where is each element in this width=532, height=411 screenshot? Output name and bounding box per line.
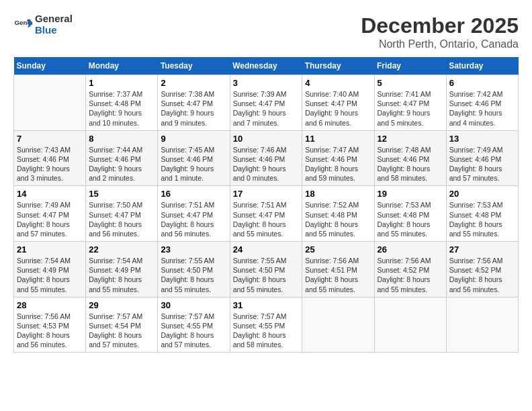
day-number: 2	[161, 78, 226, 88]
header: General General Blue December 2025 North…	[13, 13, 519, 50]
day-number: 28	[17, 300, 83, 310]
calendar-cell: 18Sunrise: 7:52 AM Sunset: 4:48 PM Dayli…	[302, 186, 374, 242]
calendar-cell: 15Sunrise: 7:50 AM Sunset: 4:47 PM Dayli…	[86, 186, 158, 242]
calendar-cell: 25Sunrise: 7:56 AM Sunset: 4:51 PM Dayli…	[302, 242, 374, 298]
day-info: Sunrise: 7:48 AM Sunset: 4:46 PM Dayligh…	[378, 145, 443, 183]
day-info: Sunrise: 7:44 AM Sunset: 4:46 PM Dayligh…	[89, 145, 154, 183]
day-number: 30	[161, 300, 226, 310]
day-number: 15	[89, 189, 154, 199]
calendar-cell: 10Sunrise: 7:46 AM Sunset: 4:46 PM Dayli…	[230, 130, 302, 186]
day-number: 31	[233, 300, 300, 310]
day-info: Sunrise: 7:55 AM Sunset: 4:50 PM Dayligh…	[161, 256, 226, 294]
calendar-cell: 17Sunrise: 7:51 AM Sunset: 4:47 PM Dayli…	[230, 186, 302, 242]
calendar-cell: 26Sunrise: 7:56 AM Sunset: 4:52 PM Dayli…	[374, 242, 446, 298]
calendar-cell: 19Sunrise: 7:53 AM Sunset: 4:48 PM Dayli…	[374, 186, 446, 242]
day-number: 24	[233, 244, 300, 255]
weekday-header-row: SundayMondayTuesdayWednesdayThursdayFrid…	[14, 57, 519, 75]
calendar-cell: 11Sunrise: 7:47 AM Sunset: 4:46 PM Dayli…	[302, 130, 374, 186]
location-title: North Perth, Ontario, Canada	[361, 38, 519, 50]
calendar-cell	[374, 297, 446, 353]
calendar-week-row: 21Sunrise: 7:54 AM Sunset: 4:49 PM Dayli…	[14, 242, 519, 298]
logo: General General Blue	[13, 13, 73, 36]
calendar-cell: 30Sunrise: 7:57 AM Sunset: 4:55 PM Dayli…	[158, 297, 230, 353]
day-number: 23	[161, 244, 226, 255]
day-number: 29	[89, 300, 154, 310]
day-number: 5	[378, 78, 443, 88]
calendar-cell: 8Sunrise: 7:44 AM Sunset: 4:46 PM Daylig…	[86, 130, 158, 186]
day-info: Sunrise: 7:56 AM Sunset: 4:52 PM Dayligh…	[378, 256, 443, 294]
calendar-cell: 6Sunrise: 7:42 AM Sunset: 4:46 PM Daylig…	[446, 75, 518, 131]
weekday-header-thursday: Thursday	[302, 57, 374, 75]
calendar-cell: 24Sunrise: 7:55 AM Sunset: 4:50 PM Dayli…	[230, 242, 302, 298]
title-area: December 2025 North Perth, Ontario, Cana…	[361, 13, 519, 50]
calendar-week-row: 14Sunrise: 7:49 AM Sunset: 4:47 PM Dayli…	[14, 186, 519, 242]
day-number: 10	[233, 134, 300, 144]
day-info: Sunrise: 7:51 AM Sunset: 4:47 PM Dayligh…	[233, 200, 300, 238]
day-info: Sunrise: 7:49 AM Sunset: 4:47 PM Dayligh…	[17, 200, 83, 238]
calendar-cell: 29Sunrise: 7:57 AM Sunset: 4:54 PM Dayli…	[86, 297, 158, 353]
calendar-cell: 4Sunrise: 7:40 AM Sunset: 4:47 PM Daylig…	[302, 75, 374, 131]
day-info: Sunrise: 7:56 AM Sunset: 4:51 PM Dayligh…	[305, 256, 371, 294]
day-info: Sunrise: 7:43 AM Sunset: 4:46 PM Dayligh…	[17, 145, 83, 183]
calendar-cell: 31Sunrise: 7:57 AM Sunset: 4:55 PM Dayli…	[230, 297, 302, 353]
day-number: 25	[305, 244, 371, 255]
calendar-cell: 13Sunrise: 7:49 AM Sunset: 4:46 PM Dayli…	[446, 130, 518, 186]
calendar-cell: 3Sunrise: 7:39 AM Sunset: 4:47 PM Daylig…	[230, 75, 302, 131]
day-info: Sunrise: 7:45 AM Sunset: 4:46 PM Dayligh…	[161, 145, 226, 183]
calendar-cell: 5Sunrise: 7:41 AM Sunset: 4:47 PM Daylig…	[374, 75, 446, 131]
day-info: Sunrise: 7:57 AM Sunset: 4:55 PM Dayligh…	[161, 312, 226, 350]
calendar-cell: 14Sunrise: 7:49 AM Sunset: 4:47 PM Dayli…	[14, 186, 86, 242]
day-info: Sunrise: 7:55 AM Sunset: 4:50 PM Dayligh…	[233, 256, 300, 294]
day-number: 11	[305, 134, 371, 144]
day-number: 18	[305, 189, 371, 199]
day-info: Sunrise: 7:53 AM Sunset: 4:48 PM Dayligh…	[449, 200, 515, 238]
day-info: Sunrise: 7:39 AM Sunset: 4:47 PM Dayligh…	[233, 89, 300, 128]
calendar-cell: 23Sunrise: 7:55 AM Sunset: 4:50 PM Dayli…	[158, 242, 230, 298]
day-info: Sunrise: 7:57 AM Sunset: 4:54 PM Dayligh…	[89, 312, 154, 350]
calendar-cell: 16Sunrise: 7:51 AM Sunset: 4:47 PM Dayli…	[158, 186, 230, 242]
day-info: Sunrise: 7:54 AM Sunset: 4:49 PM Dayligh…	[17, 256, 83, 294]
day-info: Sunrise: 7:54 AM Sunset: 4:49 PM Dayligh…	[89, 256, 154, 294]
day-info: Sunrise: 7:41 AM Sunset: 4:47 PM Dayligh…	[378, 89, 443, 128]
day-info: Sunrise: 7:57 AM Sunset: 4:55 PM Dayligh…	[233, 312, 300, 350]
day-number: 19	[378, 189, 443, 199]
logo-icon: General	[13, 15, 32, 34]
calendar-cell: 28Sunrise: 7:56 AM Sunset: 4:53 PM Dayli…	[14, 297, 86, 353]
day-number: 14	[17, 189, 83, 199]
day-number: 6	[449, 78, 515, 88]
day-number: 9	[161, 134, 226, 144]
calendar-cell	[302, 297, 374, 353]
calendar-table: SundayMondayTuesdayWednesdayThursdayFrid…	[13, 57, 519, 353]
day-info: Sunrise: 7:40 AM Sunset: 4:47 PM Dayligh…	[305, 89, 371, 128]
day-info: Sunrise: 7:53 AM Sunset: 4:48 PM Dayligh…	[378, 200, 443, 238]
calendar-cell: 21Sunrise: 7:54 AM Sunset: 4:49 PM Dayli…	[14, 242, 86, 298]
day-info: Sunrise: 7:49 AM Sunset: 4:46 PM Dayligh…	[449, 145, 515, 183]
day-number: 27	[449, 244, 515, 255]
calendar-cell: 2Sunrise: 7:38 AM Sunset: 4:47 PM Daylig…	[158, 75, 230, 131]
calendar-cell: 22Sunrise: 7:54 AM Sunset: 4:49 PM Dayli…	[86, 242, 158, 298]
calendar-cell	[14, 75, 86, 131]
day-number: 1	[89, 78, 154, 88]
calendar-week-row: 7Sunrise: 7:43 AM Sunset: 4:46 PM Daylig…	[14, 130, 519, 186]
day-info: Sunrise: 7:52 AM Sunset: 4:48 PM Dayligh…	[305, 200, 371, 238]
month-title: December 2025	[361, 13, 519, 38]
weekday-header-saturday: Saturday	[446, 57, 518, 75]
day-number: 7	[17, 134, 83, 144]
day-number: 8	[89, 134, 154, 144]
day-number: 12	[378, 134, 443, 144]
calendar-cell: 1Sunrise: 7:37 AM Sunset: 4:48 PM Daylig…	[86, 75, 158, 131]
day-number: 22	[89, 244, 154, 255]
day-number: 3	[233, 78, 300, 88]
calendar-cell: 12Sunrise: 7:48 AM Sunset: 4:46 PM Dayli…	[374, 130, 446, 186]
day-number: 4	[305, 78, 371, 88]
logo-general: General	[35, 13, 73, 24]
weekday-header-tuesday: Tuesday	[158, 57, 230, 75]
calendar-week-row: 1Sunrise: 7:37 AM Sunset: 4:48 PM Daylig…	[14, 75, 519, 131]
calendar-cell	[446, 297, 518, 353]
day-info: Sunrise: 7:37 AM Sunset: 4:48 PM Dayligh…	[89, 89, 154, 128]
day-info: Sunrise: 7:38 AM Sunset: 4:47 PM Dayligh…	[161, 89, 226, 128]
day-info: Sunrise: 7:47 AM Sunset: 4:46 PM Dayligh…	[305, 145, 371, 183]
day-number: 21	[17, 244, 83, 255]
day-info: Sunrise: 7:42 AM Sunset: 4:46 PM Dayligh…	[449, 89, 515, 128]
day-info: Sunrise: 7:46 AM Sunset: 4:46 PM Dayligh…	[233, 145, 300, 183]
